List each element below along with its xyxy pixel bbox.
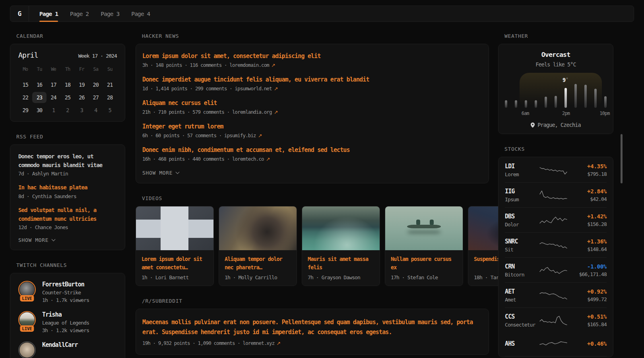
- weather-hour-bar: [584, 85, 587, 108]
- weather-bars: [505, 73, 607, 108]
- calendar-day[interactable]: 23: [32, 92, 46, 103]
- weather-widget: Overcast Feels like 5°C 9° 6am2pm10pm Pr…: [498, 44, 613, 134]
- external-link-icon[interactable]: ↗: [274, 109, 278, 115]
- twitch-channel-row[interactable]: LIVE Trisha League of Legends 3h · 1.2k …: [18, 311, 117, 333]
- hackernews-item: Aliquam nec cursus elit 21h · 710 points…: [142, 99, 482, 115]
- hackernews-item-meta: 1d · 1,414 points · 299 comments · ipsum…: [142, 86, 482, 91]
- chevron-down-icon: [52, 237, 56, 241]
- hackernews-item-title[interactable]: Donec enim nibh, condimentum et accumsan…: [142, 146, 482, 154]
- external-link-icon[interactable]: ↗: [271, 62, 275, 68]
- stock-row[interactable]: CCS Consectetur +0.51% $165.84: [505, 308, 607, 333]
- page-tab[interactable]: Page 1: [39, 6, 58, 21]
- video-card[interactable]: Nullam posuere cursus ex 17h · Stefan Co…: [385, 206, 463, 286]
- stock-row[interactable]: AET Amet +0.92% $499.72: [505, 283, 607, 308]
- calendar-day[interactable]: 28: [103, 92, 117, 103]
- stock-change: +0.46%: [568, 340, 607, 347]
- external-link-icon[interactable]: ↗: [266, 156, 270, 162]
- stock-sparkline: [539, 314, 568, 327]
- calendar-day[interactable]: 16: [32, 79, 46, 90]
- hackernews-item-title[interactable]: Aliquam nec cursus elit: [142, 99, 482, 107]
- stock-row[interactable]: DBS Dolor +1.42% $156.28: [505, 208, 607, 233]
- hackernews-item: Integer eget rutrum lorem 6h · 60 points…: [142, 123, 482, 138]
- subreddit-post-title[interactable]: Maecenas mollis pulvinar erat non posuer…: [142, 317, 482, 337]
- calendar-day[interactable]: 22: [18, 92, 32, 103]
- hackernews-item-meta: 6h · 60 points · 57 comments · ipsumify.…: [142, 132, 482, 138]
- calendar-day[interactable]: 29: [18, 105, 32, 116]
- stock-values: +1.36% $148.64: [568, 238, 607, 252]
- external-link-icon[interactable]: ↗: [258, 132, 262, 138]
- stock-name: Lorem: [505, 171, 538, 177]
- weather-section-label: WEATHER: [504, 33, 613, 39]
- video-card[interactable]: Lorem ipsum dolor sit amet consectetu… 1…: [136, 206, 214, 286]
- calendar-day[interactable]: 17: [47, 79, 60, 90]
- video-card-body: Lorem ipsum dolor sit amet consectetu… 1…: [136, 250, 213, 286]
- weather-axis-label: 6am: [522, 111, 529, 116]
- calendar-day[interactable]: 15: [18, 79, 32, 90]
- middle-column: HACKER NEWS Lorem ipsum dolor sit amet, …: [136, 30, 489, 355]
- rss-item: Donec tempor eros leo, ut commodo mauris…: [18, 152, 117, 177]
- rss-section-label: RSS FEED: [16, 134, 125, 140]
- rss-item-title[interactable]: Sed volutpat nulla nisl, a condimentum n…: [18, 206, 117, 223]
- stock-change: +4.35%: [568, 163, 607, 169]
- hackernews-item-title[interactable]: Integer eget rutrum lorem: [142, 123, 482, 130]
- calendar-weekday: Su: [103, 65, 117, 74]
- calendar-day[interactable]: 24: [47, 92, 60, 103]
- app-logo[interactable]: G: [10, 6, 29, 21]
- rss-item-title[interactable]: In hac habitasse platea: [18, 183, 117, 192]
- stock-price: $42.04: [568, 196, 607, 202]
- calendar-day[interactable]: 30: [32, 105, 46, 116]
- twitch-channel-row[interactable]: LIVE ForrestBurton Counter-Strike 1h · 1…: [18, 281, 117, 303]
- external-link-icon[interactable]: ↗: [276, 340, 280, 346]
- stocks-widget: LDI Lorem +4.35% $795.18 IIG Ipsum +2.84…: [498, 157, 613, 357]
- stock-row[interactable]: AHS +0.46%: [505, 333, 607, 356]
- subreddit-post: Maecenas mollis pulvinar erat non posuer…: [142, 317, 482, 346]
- hackernews-item-title[interactable]: Lorem ipsum dolor sit amet, consectetur …: [142, 53, 482, 60]
- hackernews-list: Lorem ipsum dolor sit amet, consectetur …: [142, 53, 482, 162]
- weather-hour-bar: [604, 96, 607, 108]
- calendar-day[interactable]: 1: [47, 105, 60, 116]
- rss-show-more-label: SHOW MORE: [18, 237, 48, 243]
- page-scrollbar-thumb[interactable]: [621, 134, 623, 183]
- rss-item-title[interactable]: Donec tempor eros leo, ut commodo mauris…: [18, 152, 117, 169]
- calendar-weekday: We: [47, 65, 60, 74]
- stock-id: SNRC Sit: [505, 238, 538, 253]
- video-meta: 1h · Molly Carrillo: [225, 274, 291, 280]
- live-badge: LIVE: [20, 295, 34, 302]
- calendar-day[interactable]: 3: [75, 105, 89, 116]
- stock-row[interactable]: CRN Bitcorn -1.00% $66,171.48: [505, 258, 607, 283]
- stock-change: +1.36%: [568, 238, 607, 245]
- external-link-icon[interactable]: ↗: [274, 86, 278, 91]
- stock-price: $148.64: [568, 246, 607, 252]
- calendar-day[interactable]: 2: [60, 105, 74, 116]
- rss-item-meta: 8d · Cynthia Saunders: [18, 193, 117, 199]
- stock-row[interactable]: LDI Lorem +4.35% $795.18: [505, 158, 607, 183]
- stock-ticker: LDI: [505, 163, 538, 170]
- calendar-day[interactable]: 19: [75, 79, 89, 90]
- calendar-day[interactable]: 25: [60, 92, 74, 103]
- calendar-day[interactable]: 26: [75, 92, 89, 103]
- video-card[interactable]: Suspendisse diam 18h · Tara: [468, 206, 499, 286]
- rss-show-more-button[interactable]: SHOW MORE: [18, 237, 117, 243]
- page-tab[interactable]: Page 3: [101, 6, 119, 21]
- hackernews-show-more-button[interactable]: SHOW MORE: [142, 170, 482, 176]
- subreddit-section-label: /R/SUBREDDIT: [142, 298, 489, 304]
- stock-row[interactable]: IIG Ipsum +2.84% $42.04: [505, 183, 607, 208]
- calendar-day[interactable]: 5: [103, 105, 117, 116]
- video-card[interactable]: Aliquam tempor dolor nec pharetra… 1h · …: [219, 206, 297, 286]
- calendar-day[interactable]: 20: [89, 79, 103, 90]
- stock-name: Sit: [505, 247, 538, 253]
- video-card[interactable]: Mauris sit amet massa felis 7h · Grayson…: [302, 206, 380, 286]
- page-tab[interactable]: Page 4: [131, 6, 150, 21]
- calendar-day[interactable]: 4: [89, 105, 103, 116]
- hackernews-item-title[interactable]: Donec imperdiet augue tincidunt felis al…: [142, 76, 482, 83]
- degree-symbol: °: [566, 77, 568, 82]
- calendar-day[interactable]: 27: [89, 92, 103, 103]
- hackernews-widget: Lorem ipsum dolor sit amet, consectetur …: [136, 44, 489, 183]
- stock-row[interactable]: SNRC Sit +1.36% $148.64: [505, 233, 607, 258]
- video-meta: 17h · Stefan Cole: [391, 274, 457, 280]
- twitch-channel-row[interactable]: KendallCarr: [18, 341, 117, 358]
- page-tab[interactable]: Page 2: [70, 6, 89, 21]
- stock-price: $156.28: [568, 221, 607, 227]
- calendar-day[interactable]: 21: [103, 79, 117, 90]
- calendar-day[interactable]: 18: [60, 79, 74, 90]
